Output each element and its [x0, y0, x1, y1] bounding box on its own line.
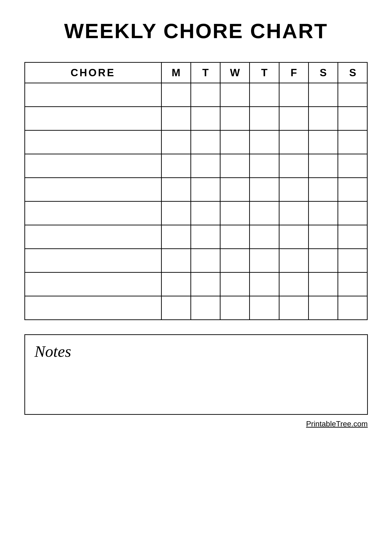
day-cell-2-tue[interactable]	[191, 107, 221, 131]
day-cell-6-tue[interactable]	[191, 202, 221, 225]
day-cell-3-tue[interactable]	[191, 131, 221, 154]
day-cell-9-sat[interactable]	[309, 273, 338, 296]
day-cell-8-mon[interactable]	[162, 249, 191, 273]
day-cell-10-fri[interactable]	[280, 296, 309, 320]
chart-container: CHORE M T W T F S S	[24, 62, 368, 320]
day-header-tue: T	[191, 62, 221, 83]
page: WEEKLY CHORE CHART CHORE M T W T F S S	[0, 0, 392, 554]
day-cell-7-sat[interactable]	[309, 225, 338, 249]
day-cell-9-tue[interactable]	[191, 273, 221, 296]
day-cell-10-sun[interactable]	[338, 296, 368, 320]
day-cell-1-thu[interactable]	[250, 83, 279, 107]
table-row	[24, 202, 368, 225]
day-cell-5-wed[interactable]	[221, 178, 250, 202]
day-cell-5-sun[interactable]	[338, 178, 368, 202]
day-cell-1-tue[interactable]	[191, 83, 221, 107]
notes-section: Notes	[24, 334, 368, 415]
day-cell-3-fri[interactable]	[280, 131, 309, 154]
day-cell-6-fri[interactable]	[280, 202, 309, 225]
day-cell-9-thu[interactable]	[250, 273, 279, 296]
day-cell-9-sun[interactable]	[338, 273, 368, 296]
chore-input-1[interactable]	[24, 83, 162, 107]
day-cell-4-thu[interactable]	[250, 154, 279, 178]
day-cell-4-wed[interactable]	[221, 154, 250, 178]
day-cell-10-wed[interactable]	[221, 296, 250, 320]
day-cell-7-mon[interactable]	[162, 225, 191, 249]
table-row	[24, 154, 368, 178]
header-row: CHORE M T W T F S S	[24, 62, 368, 83]
day-cell-8-fri[interactable]	[280, 249, 309, 273]
day-cell-7-wed[interactable]	[221, 225, 250, 249]
day-cell-3-thu[interactable]	[250, 131, 279, 154]
day-cell-8-thu[interactable]	[250, 249, 279, 273]
chore-input-10[interactable]	[24, 296, 162, 320]
day-cell-9-wed[interactable]	[221, 273, 250, 296]
day-cell-4-tue[interactable]	[191, 154, 221, 178]
table-row	[24, 225, 368, 249]
day-cell-5-thu[interactable]	[250, 178, 279, 202]
day-cell-3-sun[interactable]	[338, 131, 368, 154]
day-cell-4-sat[interactable]	[309, 154, 338, 178]
table-row	[24, 249, 368, 273]
day-header-sun: S	[338, 62, 368, 83]
notes-label: Notes	[35, 342, 71, 361]
chore-input-9[interactable]	[24, 273, 162, 296]
day-cell-4-mon[interactable]	[162, 154, 191, 178]
day-cell-2-sat[interactable]	[309, 107, 338, 131]
table-row	[24, 131, 368, 154]
chore-input-3[interactable]	[24, 131, 162, 154]
day-cell-1-mon[interactable]	[162, 83, 191, 107]
chore-input-6[interactable]	[24, 202, 162, 225]
day-cell-5-fri[interactable]	[280, 178, 309, 202]
day-cell-10-sat[interactable]	[309, 296, 338, 320]
day-cell-2-wed[interactable]	[221, 107, 250, 131]
day-cell-2-mon[interactable]	[162, 107, 191, 131]
day-header-thu: T	[250, 62, 279, 83]
table-row	[24, 107, 368, 131]
day-header-wed: W	[221, 62, 250, 83]
day-cell-7-fri[interactable]	[280, 225, 309, 249]
day-cell-5-sat[interactable]	[309, 178, 338, 202]
day-cell-8-sun[interactable]	[338, 249, 368, 273]
day-cell-3-wed[interactable]	[221, 131, 250, 154]
day-cell-2-thu[interactable]	[250, 107, 279, 131]
day-header-sat: S	[309, 62, 338, 83]
day-cell-6-mon[interactable]	[162, 202, 191, 225]
day-cell-10-mon[interactable]	[162, 296, 191, 320]
day-cell-5-tue[interactable]	[191, 178, 221, 202]
day-cell-6-sat[interactable]	[309, 202, 338, 225]
chore-column-header: CHORE	[24, 62, 162, 83]
day-cell-6-wed[interactable]	[221, 202, 250, 225]
day-cell-8-sat[interactable]	[309, 249, 338, 273]
day-cell-4-fri[interactable]	[280, 154, 309, 178]
day-cell-6-sun[interactable]	[338, 202, 368, 225]
day-cell-10-tue[interactable]	[191, 296, 221, 320]
day-cell-7-thu[interactable]	[250, 225, 279, 249]
day-cell-7-sun[interactable]	[338, 225, 368, 249]
day-cell-1-sun[interactable]	[338, 83, 368, 107]
day-cell-10-thu[interactable]	[250, 296, 279, 320]
page-title: WEEKLY CHORE CHART	[64, 19, 328, 43]
day-cell-9-mon[interactable]	[162, 273, 191, 296]
day-cell-8-tue[interactable]	[191, 249, 221, 273]
day-header-fri: F	[280, 62, 309, 83]
day-cell-8-wed[interactable]	[221, 249, 250, 273]
chore-input-8[interactable]	[24, 249, 162, 273]
day-cell-9-fri[interactable]	[280, 273, 309, 296]
footer-text: PrintableTree.com	[306, 420, 368, 428]
chore-input-7[interactable]	[24, 225, 162, 249]
day-cell-3-sat[interactable]	[309, 131, 338, 154]
day-cell-2-fri[interactable]	[280, 107, 309, 131]
day-cell-1-fri[interactable]	[280, 83, 309, 107]
day-cell-1-wed[interactable]	[221, 83, 250, 107]
day-cell-4-sun[interactable]	[338, 154, 368, 178]
day-cell-6-thu[interactable]	[250, 202, 279, 225]
day-cell-5-mon[interactable]	[162, 178, 191, 202]
chore-input-2[interactable]	[24, 107, 162, 131]
day-cell-1-sat[interactable]	[309, 83, 338, 107]
chore-input-4[interactable]	[24, 154, 162, 178]
day-cell-7-tue[interactable]	[191, 225, 221, 249]
chore-input-5[interactable]	[24, 178, 162, 202]
day-cell-2-sun[interactable]	[338, 107, 368, 131]
day-cell-3-mon[interactable]	[162, 131, 191, 154]
